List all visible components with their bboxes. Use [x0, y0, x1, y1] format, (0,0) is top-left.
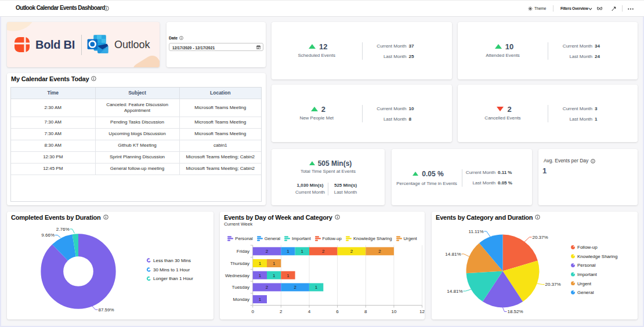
svg-text:Important: Important [577, 272, 598, 277]
svg-text:General: General [577, 290, 594, 295]
svg-text:2: 2 [266, 249, 269, 254]
svg-text:Urgent: Urgent [577, 281, 592, 286]
svg-text:2: 2 [280, 309, 283, 314]
svg-text:Less than 30 Mins: Less than 30 Mins [153, 258, 191, 263]
svg-text:0: 0 [251, 309, 254, 314]
svg-text:Personal: Personal [577, 263, 596, 268]
svg-text:2: 2 [266, 285, 269, 290]
svg-text:2: 2 [350, 249, 353, 254]
svg-text:1: 1 [273, 273, 276, 278]
svg-text:2.76%: 2.76% [56, 227, 70, 232]
svg-text:Monday: Monday [233, 297, 249, 302]
svg-text:Tuesday: Tuesday [232, 285, 249, 290]
svg-text:2: 2 [322, 249, 325, 254]
svg-text:2: 2 [294, 285, 296, 290]
svg-text:87.59%: 87.59% [99, 307, 114, 313]
svg-text:2: 2 [378, 249, 381, 254]
svg-text:Knowledge Sharing: Knowledge Sharing [577, 254, 617, 259]
svg-text:1: 1 [259, 273, 262, 278]
svg-text:30 Mins to 1 Hour: 30 Mins to 1 Hour [153, 267, 190, 272]
svg-text:12: 12 [419, 309, 425, 314]
svg-text:Outlook: Outlook [114, 39, 150, 50]
svg-text:9.66%: 9.66% [41, 232, 55, 238]
svg-text:Longer than 1 Hour: Longer than 1 Hour [153, 276, 193, 281]
svg-text:Follow-up: Follow-up [577, 245, 598, 250]
svg-text:Friday: Friday [237, 249, 249, 254]
svg-text:1: 1 [259, 261, 262, 266]
svg-text:1: 1 [287, 249, 290, 254]
svg-text:6: 6 [336, 309, 339, 314]
svg-text:10: 10 [391, 309, 396, 314]
svg-text:20.37%: 20.37% [533, 235, 548, 240]
svg-text:1: 1 [273, 261, 276, 266]
svg-text:11.11%: 11.11% [469, 229, 484, 234]
svg-text:Bold BI: Bold BI [35, 38, 75, 51]
svg-text:1: 1 [259, 297, 262, 302]
svg-text:20.37%: 20.37% [545, 282, 561, 287]
svg-text:8: 8 [364, 309, 367, 314]
svg-text:1: 1 [287, 273, 290, 278]
svg-text:1: 1 [315, 285, 318, 290]
svg-text:14.81%: 14.81% [445, 252, 461, 257]
svg-text:4: 4 [308, 309, 311, 314]
svg-text:14.81%: 14.81% [447, 289, 462, 294]
svg-text:1: 1 [301, 249, 304, 254]
svg-text:Wednesday: Wednesday [225, 273, 249, 278]
svg-text:Thursday: Thursday [230, 261, 249, 266]
svg-text:18.52%: 18.52% [508, 309, 523, 314]
